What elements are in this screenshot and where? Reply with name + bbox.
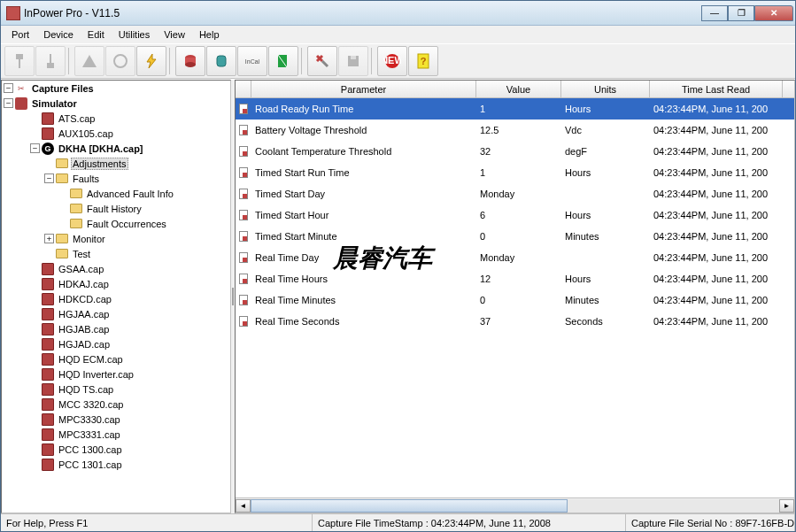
tree-monitor[interactable]: +Monitor bbox=[2, 231, 230, 246]
tree-fault-child[interactable]: Fault Occurrences bbox=[2, 216, 230, 231]
cell-time: 04:23:44PM, June 11, 200 bbox=[650, 311, 783, 332]
table-row[interactable]: Battery Voltage Threshold12.5Vdc04:23:44… bbox=[236, 120, 794, 141]
grid-scrollbar[interactable]: ◄ ► bbox=[236, 497, 794, 513]
tool-alert-icon[interactable] bbox=[74, 46, 104, 76]
cell-units: Hours bbox=[561, 98, 650, 120]
cell-value: 1 bbox=[476, 162, 561, 183]
tree-item[interactable]: HGJAD.cap bbox=[2, 336, 230, 351]
titlebar[interactable]: InPower Pro - V11.5 — ❐ ✕ bbox=[1, 1, 795, 26]
cell-parameter: Timed Start Minute bbox=[251, 226, 476, 247]
tool-help-icon[interactable]: ? bbox=[408, 46, 438, 76]
cell-parameter: Timed Start Hour bbox=[251, 204, 476, 226]
tool-new-icon[interactable]: NEW bbox=[377, 46, 407, 76]
table-row[interactable]: Real Time Hours12Hours04:23:44PM, June 1… bbox=[236, 268, 794, 289]
table-row[interactable]: Real Time Seconds37Seconds04:23:44PM, Ju… bbox=[236, 311, 794, 332]
tool-incal-icon[interactable]: InCal bbox=[237, 46, 267, 76]
tree-root[interactable]: −✂Capture Files bbox=[2, 81, 230, 96]
table-row[interactable]: Timed Start DayMonday04:23:44PM, June 11… bbox=[236, 183, 794, 204]
tree-item[interactable]: PCC 1301.cap bbox=[2, 457, 230, 472]
close-button[interactable]: ✕ bbox=[754, 5, 793, 21]
table-row[interactable]: Road Ready Run Time1Hours04:23:44PM, Jun… bbox=[236, 98, 794, 120]
row-icon bbox=[236, 141, 251, 162]
tree-item[interactable]: HGJAA.cap bbox=[2, 306, 230, 321]
grid-header-parameter[interactable]: Parameter bbox=[251, 81, 476, 97]
tree-item[interactable]: HDKAJ.cap bbox=[2, 276, 230, 291]
grid-body[interactable]: Road Ready Run Time1Hours04:23:44PM, Jun… bbox=[236, 98, 794, 497]
splitter[interactable] bbox=[231, 80, 235, 513]
tree-item[interactable]: HQD Inverter.cap bbox=[2, 366, 230, 382]
tool-tools-icon[interactable] bbox=[307, 46, 337, 76]
toolbar: InCal NEW ? bbox=[1, 43, 795, 79]
scroll-right-icon[interactable]: ► bbox=[779, 499, 794, 513]
cell-value: 1 bbox=[476, 98, 561, 120]
status-help: For Help, Press F1 bbox=[1, 514, 313, 531]
tree-adjustments[interactable]: Adjustments bbox=[2, 156, 230, 171]
menu-help[interactable]: Help bbox=[192, 27, 227, 42]
menu-utilities[interactable]: Utilities bbox=[112, 27, 157, 42]
tool-cylinder-icon[interactable] bbox=[175, 46, 205, 76]
scroll-left-icon[interactable]: ◄ bbox=[236, 499, 251, 513]
row-icon bbox=[236, 183, 251, 204]
menu-edit[interactable]: Edit bbox=[81, 27, 112, 42]
tree-item[interactable]: MPC3331.cap bbox=[2, 427, 230, 442]
cell-units: Seconds bbox=[561, 311, 650, 332]
menu-port[interactable]: Port bbox=[4, 27, 36, 42]
maximize-button[interactable]: ❐ bbox=[728, 5, 754, 21]
row-icon bbox=[236, 247, 251, 268]
cell-units: Hours bbox=[561, 268, 650, 289]
tree-item[interactable]: HDKCD.cap bbox=[2, 291, 230, 306]
tree-faults[interactable]: −Faults bbox=[2, 171, 230, 186]
cell-units: Minutes bbox=[561, 289, 650, 311]
minimize-button[interactable]: — bbox=[701, 5, 728, 21]
grid-header-time[interactable]: Time Last Read bbox=[650, 81, 783, 97]
tree-item[interactable]: HQD TS.cap bbox=[2, 382, 230, 397]
table-row[interactable]: Timed Start Hour6Hours04:23:44PM, June 1… bbox=[236, 204, 794, 226]
tool-save-icon[interactable] bbox=[338, 46, 368, 76]
tree-item[interactable]: GSAA.cap bbox=[2, 261, 230, 276]
tree-pane[interactable]: −✂Capture Files −Simulator ATS.cap AUX10… bbox=[1, 80, 231, 513]
tree-item[interactable]: HGJAB.cap bbox=[2, 321, 230, 336]
tree-item[interactable]: HQD ECM.cap bbox=[2, 351, 230, 366]
tree-item[interactable]: PCC 1300.cap bbox=[2, 442, 230, 457]
cell-time: 04:23:44PM, June 11, 200 bbox=[650, 120, 783, 141]
cell-value: 12 bbox=[476, 268, 561, 289]
cell-value: 12.5 bbox=[476, 120, 561, 141]
tool-connect-icon[interactable] bbox=[4, 46, 35, 76]
tree-dkha[interactable]: −GDKHA [DKHA.cap] bbox=[2, 141, 230, 156]
menu-device[interactable]: Device bbox=[36, 27, 81, 42]
tree-fault-child[interactable]: Advanced Fault Info bbox=[2, 186, 230, 201]
table-row[interactable]: Timed Start Run Time1Hours04:23:44PM, Ju… bbox=[236, 162, 794, 183]
tool-barrel-icon[interactable] bbox=[206, 46, 236, 76]
table-row[interactable]: Real Time Minutes0Minutes04:23:44PM, Jun… bbox=[236, 289, 794, 311]
menu-view[interactable]: View bbox=[157, 27, 192, 42]
table-row[interactable]: Real Time DayMonday04:23:44PM, June 11, … bbox=[236, 247, 794, 268]
cell-time: 04:23:44PM, June 11, 200 bbox=[650, 141, 783, 162]
tree-item[interactable]: MCC 3320.cap bbox=[2, 397, 230, 412]
svg-text:?: ? bbox=[421, 56, 427, 66]
table-row[interactable]: Timed Start Minute0Minutes04:23:44PM, Ju… bbox=[236, 226, 794, 247]
cell-value: Monday bbox=[476, 183, 561, 204]
grid-header-icon[interactable] bbox=[236, 81, 251, 97]
tree-fault-child[interactable]: Fault History bbox=[2, 201, 230, 216]
tool-disconnect-icon[interactable] bbox=[35, 46, 66, 76]
app-window: InPower Pro - V11.5 — ❐ ✕ Port Device Ed… bbox=[0, 0, 796, 532]
svg-point-5 bbox=[185, 62, 196, 67]
scroll-thumb[interactable] bbox=[251, 499, 568, 513]
svg-rect-0 bbox=[16, 54, 23, 59]
tree-item[interactable]: ATS.cap bbox=[2, 111, 230, 126]
grid-header-value[interactable]: Value bbox=[476, 81, 561, 97]
row-icon bbox=[236, 226, 251, 247]
table-row[interactable]: Coolant Temperature Threshold32degF04:23… bbox=[236, 141, 794, 162]
grid-header-units[interactable]: Units bbox=[561, 81, 650, 97]
tool-globe-icon[interactable] bbox=[105, 46, 135, 76]
tool-lightning-icon[interactable] bbox=[136, 46, 166, 76]
tree-item[interactable]: AUX105.cap bbox=[2, 126, 230, 141]
cell-units: Hours bbox=[561, 204, 650, 226]
cell-time: 04:23:44PM, June 11, 200 bbox=[650, 226, 783, 247]
tree-test[interactable]: Test bbox=[2, 246, 230, 261]
scroll-track[interactable] bbox=[251, 499, 779, 513]
tool-flag-icon[interactable] bbox=[268, 46, 298, 76]
tree-simulator[interactable]: −Simulator bbox=[2, 96, 230, 111]
cell-value: 0 bbox=[476, 226, 561, 247]
tree-item[interactable]: MPC3330.cap bbox=[2, 412, 230, 427]
